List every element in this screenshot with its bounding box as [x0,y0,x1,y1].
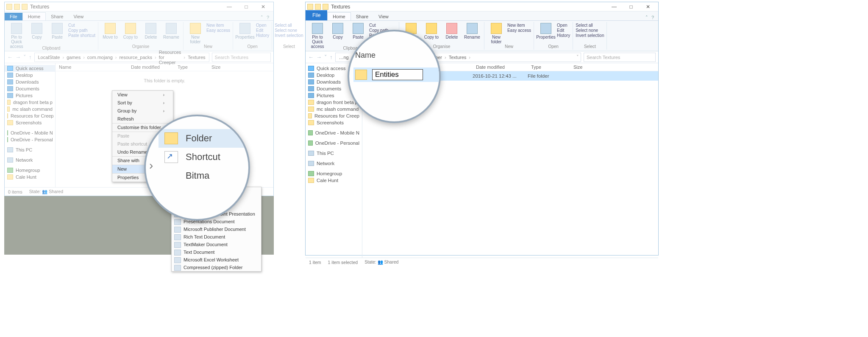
sidebar-item[interactable]: mc slash command [5,106,55,112]
paste-button[interactable]: Paste [48,23,67,39]
cut-button[interactable]: Cut [369,23,396,28]
sidebar-homegroup[interactable]: Homegroup [5,167,55,174]
breadcrumb[interactable]: LocalState› games› com.mojang› resource_… [34,53,209,62]
new-sub-item[interactable]: Microsoft Excel Worksheet [172,256,261,264]
tab-home[interactable]: Home [327,12,351,20]
ctx-view[interactable]: View› [112,91,173,99]
recent-button[interactable]: ˅ [23,54,26,60]
tab-view[interactable]: View [373,13,394,20]
col-date[interactable]: Date modified [128,65,174,70]
sidebar-homegroup[interactable]: Homegroup [306,170,362,177]
easyaccess-button[interactable]: Easy access [206,28,230,33]
collapse-ribbon-icon[interactable]: ˄ [261,15,263,20]
back-button[interactable]: ← [308,54,314,60]
minimize-button[interactable]: — [221,3,238,11]
new-sub-item[interactable]: TextMaker Document [172,241,261,248]
copypath-button[interactable]: Copy path [68,28,95,33]
sidebar-item[interactable]: Pictures [5,92,55,99]
tab-file[interactable]: File [5,13,22,20]
new-sub-item[interactable]: Microsoft Publisher Document [172,225,261,233]
new-sub-item[interactable]: Rich Text Document [172,233,261,241]
zoom-folder-row[interactable] [353,67,439,82]
copyto-button[interactable]: Copy to [422,23,441,39]
col-name[interactable]: Name [56,65,128,70]
selectnone-button[interactable]: Select none [275,28,303,33]
newfolder-button[interactable]: New folder [487,23,506,44]
new-sub-item[interactable]: Compressed (zipped) Folder [172,264,261,271]
recent-button[interactable]: ˅ [324,54,327,60]
col-type[interactable]: Type [528,65,570,70]
pin-quickaccess-button[interactable]: Pin to Quick access [308,23,327,49]
sidebar-item[interactable]: Screenshots [306,119,362,126]
sidebar-onedrive[interactable]: OneDrive - Personal [5,136,55,143]
ctx-groupby[interactable]: Group by› [112,107,173,115]
col-size[interactable]: Size [570,65,595,70]
minimize-button[interactable]: — [606,3,623,11]
zoom-new-shortcut[interactable]: Shortcut [159,148,248,166]
properties-button[interactable]: Properties [537,23,555,39]
copy-button[interactable]: Copy [328,23,347,39]
selectnone-button[interactable]: Select none [576,28,604,33]
sidebar-onedrive[interactable]: OneDrive - Personal [306,140,362,146]
col-date[interactable]: Date modified [473,65,528,70]
selectall-button[interactable]: Select all [275,23,303,28]
paste-button[interactable]: Paste [349,23,367,39]
rename-input[interactable] [372,69,423,80]
open-button[interactable]: Open [557,23,570,28]
history-button[interactable]: History [256,33,269,38]
properties-button[interactable]: Properties [236,23,254,39]
moveto-button[interactable]: Move to [101,23,120,39]
delete-button[interactable]: Delete [442,23,461,39]
newitem-button[interactable]: New item [507,23,531,28]
search-input[interactable]: Search Textures [584,53,656,62]
up-button[interactable]: ↑ [330,54,333,60]
sidebar-network[interactable]: Network [5,157,55,163]
newitem-button[interactable]: New item [206,23,230,28]
sidebar-item[interactable]: Desktop [5,72,55,79]
edit-button[interactable]: Edit [256,28,269,33]
help-icon[interactable]: ? [651,15,654,20]
easyaccess-button[interactable]: Easy access [507,28,531,33]
sidebar-item[interactable]: Documents [5,85,55,92]
selectall-button[interactable]: Select all [576,23,604,28]
edit-button[interactable]: Edit [557,28,570,33]
delete-button[interactable]: Delete [142,23,160,39]
rename-button[interactable]: Rename [162,23,181,39]
zoom-new-bitmap[interactable]: Bitma [159,166,248,185]
zoom-new-folder[interactable]: Folder [159,129,248,148]
invertselection-button[interactable]: Invert selection [576,33,604,38]
new-sub-item[interactable]: Text Document [172,248,261,256]
sidebar-item[interactable]: Downloads [5,79,55,85]
sidebar-thispc[interactable]: This PC [5,146,55,153]
sidebar-user[interactable]: Cale Hunt [306,177,362,184]
tab-file[interactable]: File [306,10,327,20]
pin-quickaccess-button[interactable]: Pin to Quick access [7,23,26,49]
sidebar-user[interactable]: Cale Hunt [5,174,55,180]
copy-button[interactable]: Copy [28,23,46,39]
newfolder-button[interactable]: New folder [186,23,205,44]
collapse-ribbon-icon[interactable]: ˄ [645,15,648,20]
ctx-sortby[interactable]: Sort by› [112,99,173,107]
copyto-button[interactable]: Copy to [121,23,140,39]
cut-button[interactable]: Cut [68,23,95,28]
search-input[interactable]: Search Textures [212,53,271,62]
sidebar-item[interactable]: Resources for Creep [306,112,362,119]
close-button[interactable]: ✕ [640,3,657,11]
tab-share[interactable]: Share [351,13,373,20]
pasteshortcut-button[interactable]: Paste shortcut [68,33,95,38]
tab-share[interactable]: Share [46,13,68,20]
sidebar-onedrive[interactable]: OneDrive - Mobile N [5,129,55,136]
sidebar-quickaccess[interactable]: Quick access [5,65,55,72]
maximize-button[interactable]: □ [238,3,255,11]
maximize-button[interactable]: □ [623,3,640,11]
up-button[interactable]: ↑ [29,54,32,60]
forward-button[interactable]: → [316,54,322,60]
sidebar-thispc[interactable]: This PC [306,150,362,157]
ctx-refresh[interactable]: Refresh [112,115,173,123]
history-button[interactable]: History [557,33,570,38]
sidebar-onedrive[interactable]: OneDrive - Mobile N [306,129,362,136]
col-type[interactable]: Type [174,65,208,70]
sidebar-item[interactable]: Screenshots [5,119,55,126]
sidebar-item[interactable]: mc slash command [306,106,362,112]
sidebar-item[interactable]: dragon front beta p [5,99,55,106]
